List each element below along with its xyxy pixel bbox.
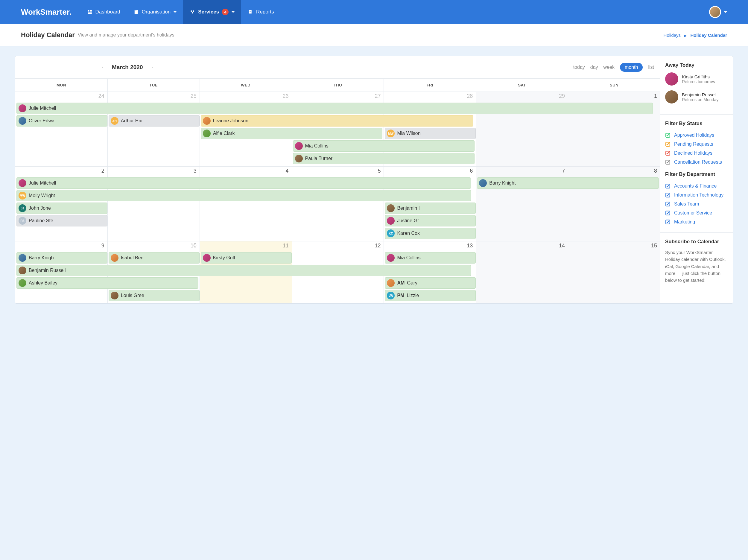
- content: March 2020 today day week month list MON…: [15, 56, 733, 304]
- holiday-event[interactable]: Barry Knigh: [17, 252, 108, 263]
- calendar-weeks: 2425262728291 Julie Mitchell Oliver Edwa…: [15, 92, 660, 303]
- services-icon: [190, 9, 195, 15]
- event-avatar: [203, 130, 211, 137]
- checkbox-icon: [665, 133, 671, 138]
- filter-label: Pending Requests: [674, 141, 713, 147]
- event-avatar: [387, 217, 395, 225]
- view-today[interactable]: today: [573, 65, 585, 70]
- calendar-toolbar: March 2020 today day week month list: [15, 56, 660, 78]
- event-avatar: [295, 155, 303, 162]
- filter-status-title: Filter By Status: [665, 120, 728, 126]
- checkbox-icon: [665, 183, 671, 189]
- nav-services[interactable]: Services 4: [183, 0, 241, 24]
- filter-status-item[interactable]: Declined Holidays: [665, 149, 728, 158]
- holiday-event[interactable]: LWPM Lizzie: [385, 290, 476, 301]
- filter-dept-item[interactable]: Sales Team: [665, 200, 728, 209]
- building-icon: [134, 9, 139, 15]
- holiday-event[interactable]: Justine Gr: [385, 215, 476, 227]
- holiday-event[interactable]: AM Gary: [385, 277, 476, 289]
- view-week[interactable]: week: [604, 65, 614, 70]
- view-month[interactable]: month: [620, 63, 643, 72]
- checkbox-icon: [665, 219, 671, 225]
- holiday-event[interactable]: AH Arthur Har: [109, 115, 200, 126]
- breadcrumb-current: Holiday Calendar: [690, 32, 727, 38]
- prev-month-icon[interactable]: [100, 65, 105, 69]
- filter-label: Declined Holidays: [674, 150, 712, 156]
- nav-organisation[interactable]: Organisation: [127, 0, 183, 24]
- away-sub: Returns tomorrow: [682, 79, 715, 84]
- filter-label: Customer Service: [674, 210, 712, 216]
- breadcrumb: Holidays ▶ Holiday Calendar: [663, 32, 727, 38]
- dow-cell: SUN: [568, 79, 660, 92]
- filter-label: Information Technology: [674, 192, 723, 198]
- filter-dept-item[interactable]: Marketing: [665, 217, 728, 227]
- holiday-event[interactable]: Isabel Ben: [109, 252, 200, 263]
- holiday-event[interactable]: KC Karen Cox: [385, 228, 476, 239]
- nav-dashboard[interactable]: Dashboard: [80, 0, 127, 24]
- svg-point-9: [193, 10, 194, 12]
- event-name: Oliver Edwa: [29, 118, 54, 123]
- holiday-event[interactable]: Benjamin I: [385, 203, 476, 214]
- holiday-event[interactable]: Louis Gree: [109, 290, 200, 301]
- nav-services-label: Services: [198, 9, 219, 15]
- filter-status-item[interactable]: Pending Requests: [665, 140, 728, 149]
- dow-cell: TUE: [108, 79, 200, 92]
- calendar-view-switch: today day week month list: [573, 63, 654, 72]
- filter-label: Marketing: [674, 219, 695, 225]
- filter-dept-section: Filter By Department Accounts & FinanceI…: [660, 168, 733, 233]
- event-name: Paula Turner: [305, 156, 333, 161]
- holiday-event[interactable]: Mia Collins: [385, 252, 476, 263]
- checkbox-icon: [665, 160, 671, 165]
- filter-status-item[interactable]: Approved Holidays: [665, 131, 728, 140]
- event-avatar: [19, 117, 26, 125]
- filter-label: Cancellation Requests: [674, 160, 722, 165]
- filter-label: Approved Holidays: [674, 133, 714, 138]
- subscribe-section: Subscribe to Calendar Sync your WorkSmar…: [660, 233, 733, 289]
- event-name: Leanne Johnson: [213, 118, 248, 123]
- breadcrumb-link[interactable]: Holidays: [663, 32, 681, 38]
- event-avatar: [203, 117, 211, 125]
- filter-dept-item[interactable]: Customer Service: [665, 209, 728, 217]
- event-time-prefix: AM: [397, 280, 404, 286]
- away-avatar: [665, 90, 678, 103]
- event-avatar: KC: [387, 229, 395, 237]
- event-name: Justine Gr: [397, 218, 419, 224]
- event-avatar: [387, 279, 395, 287]
- next-month-icon[interactable]: [150, 65, 155, 69]
- user-menu[interactable]: [709, 6, 727, 18]
- sidebar: Away Today Kirsty GriffithsReturns tomor…: [660, 56, 733, 303]
- event-avatar: [387, 254, 395, 262]
- page-subtitle: View and manage your department's holida…: [78, 32, 174, 38]
- event-avatar: [479, 179, 487, 187]
- holiday-event[interactable]: Oliver Edwa: [17, 115, 108, 126]
- view-day[interactable]: day: [590, 65, 598, 70]
- event-avatar: [19, 179, 26, 187]
- filter-status-item[interactable]: Cancellation Requests: [665, 158, 728, 167]
- holiday-event[interactable]: MW Mia Wilson: [385, 128, 476, 139]
- svg-rect-3: [135, 10, 138, 14]
- svg-rect-4: [135, 11, 136, 11]
- away-item[interactable]: Benjamin RussellReturns on Monday: [665, 90, 728, 103]
- holiday-event[interactable]: Kirsty Griff: [201, 252, 292, 263]
- event-avatar: MW: [387, 130, 395, 137]
- filter-label: Accounts & Finance: [674, 183, 717, 189]
- main-nav: Dashboard Organisation Services 4 Report…: [80, 0, 281, 24]
- event-name: Karen Cox: [397, 231, 420, 236]
- holiday-event[interactable]: JJ John Jone: [17, 203, 108, 214]
- filter-dept-item[interactable]: Information Technology: [665, 191, 728, 200]
- away-item[interactable]: Kirsty GriffithsReturns tomorrow: [665, 72, 728, 86]
- nav-reports[interactable]: Reports: [241, 0, 281, 24]
- event-name: Mia Collins: [305, 143, 329, 149]
- event-avatar: MW: [19, 192, 26, 200]
- event-name: Julie Mitchell: [29, 180, 56, 186]
- away-name: Kirsty Griffiths: [682, 74, 715, 79]
- event-name: Mia Collins: [397, 255, 420, 260]
- holiday-event[interactable]: PS Pauline Ste: [17, 215, 108, 227]
- calendar-week: 9101112131415 Barry Knigh Isabel Ben Kir…: [15, 241, 660, 303]
- topbar: WorkSmarter. Dashboard Organisation Serv…: [0, 0, 748, 24]
- filter-dept-item[interactable]: Accounts & Finance: [665, 182, 728, 191]
- event-name: Mia Wilson: [397, 131, 420, 136]
- view-list[interactable]: list: [648, 65, 654, 70]
- event-name: John Jone: [29, 206, 51, 211]
- event-name: Pauline Ste: [29, 218, 53, 224]
